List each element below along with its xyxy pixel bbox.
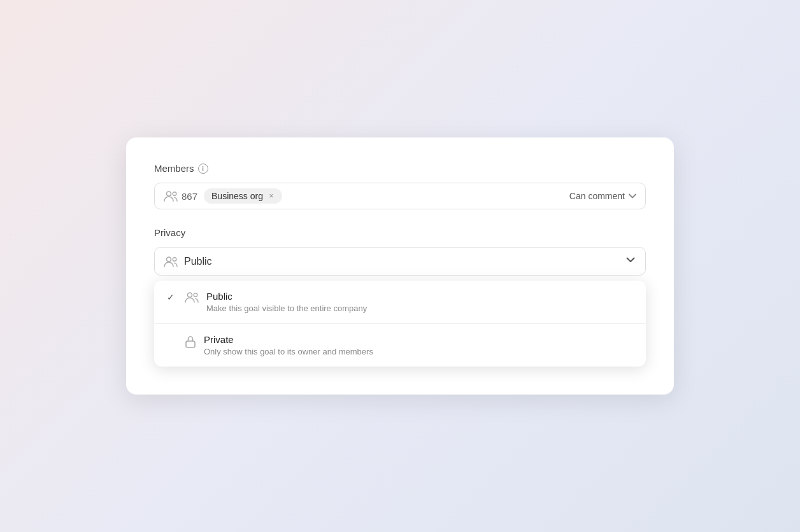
- public-title: Public: [206, 291, 367, 302]
- public-option-text: Public Make this goal visible to the ent…: [206, 291, 367, 313]
- private-option-text: Private Only show this goal to its owner…: [204, 334, 373, 356]
- public-description: Make this goal visible to the entire com…: [206, 304, 367, 313]
- permission-chevron-icon: [629, 193, 636, 200]
- tag-label: Business org: [211, 191, 263, 201]
- info-icon: i: [198, 164, 208, 174]
- people-icon: [164, 190, 178, 202]
- dropdown-item-public[interactable]: ✓ Public Make this goal visible to the e…: [154, 281, 646, 324]
- public-check-icon: ✓: [167, 292, 177, 302]
- members-label: Members: [154, 163, 194, 174]
- svg-point-0: [167, 192, 171, 196]
- modal-card: Members i 867 Business org × Can comment: [126, 137, 674, 395]
- svg-point-1: [173, 192, 176, 196]
- private-lock-icon: [185, 335, 196, 349]
- privacy-section-label: Privacy: [154, 227, 646, 238]
- privacy-people-icon: [164, 256, 178, 267]
- public-people-icon: [185, 291, 199, 303]
- privacy-label: Privacy: [154, 227, 185, 238]
- privacy-dropdown-panel: ✓ Public Make this goal visible to the e…: [154, 281, 646, 367]
- permission-label: Can comment: [569, 191, 625, 201]
- privacy-selected-value: Public: [184, 256, 625, 267]
- privacy-select-box[interactable]: Public: [154, 247, 646, 276]
- svg-point-5: [194, 293, 197, 297]
- private-title: Private: [204, 334, 373, 345]
- svg-point-3: [173, 257, 176, 261]
- private-description: Only show this goal to its owner and mem…: [204, 347, 373, 356]
- svg-point-2: [167, 257, 171, 262]
- member-count: 867: [182, 191, 197, 202]
- member-count-badge: 867: [164, 190, 197, 202]
- permission-select[interactable]: Can comment: [569, 191, 636, 201]
- privacy-chevron-icon: [625, 254, 636, 269]
- members-section-label: Members i: [154, 163, 646, 174]
- svg-rect-6: [186, 341, 195, 347]
- members-input-row[interactable]: 867 Business org × Can comment: [154, 183, 646, 209]
- svg-point-4: [188, 293, 192, 297]
- business-org-tag[interactable]: Business org ×: [204, 188, 282, 204]
- dropdown-item-private[interactable]: ✓ Private Only show this goal to its own…: [154, 324, 646, 367]
- remove-tag-button[interactable]: ×: [267, 192, 276, 200]
